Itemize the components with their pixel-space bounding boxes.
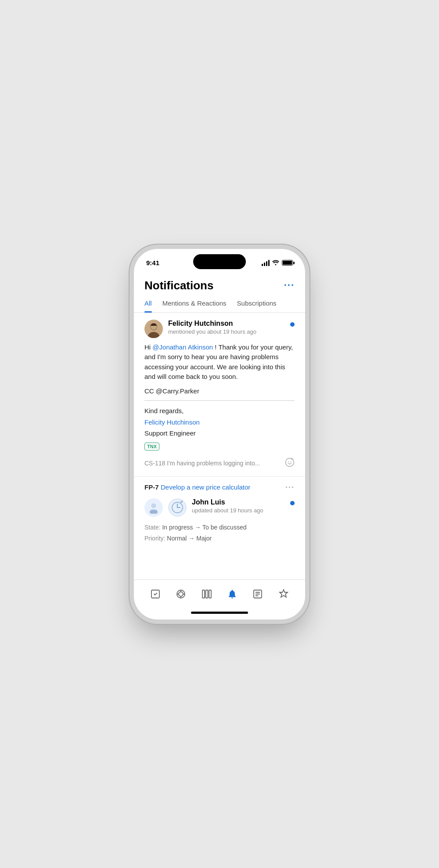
tnx-badge: TNX bbox=[144, 443, 159, 450]
cs-link-text[interactable]: CS-118 I'm having problems logging into.… bbox=[144, 460, 260, 467]
notif-username-1: Felicity Hutchinson bbox=[168, 320, 285, 328]
state-to: To be discussed bbox=[202, 524, 246, 531]
fp-header: FP-7 Develop a new price calculator ··· bbox=[144, 483, 295, 492]
priority-label: Priority: bbox=[144, 535, 165, 542]
cs-row: CS-118 I'm having problems logging into.… bbox=[144, 457, 295, 469]
priority-from: Normal bbox=[167, 535, 187, 542]
fp-avatar-icon bbox=[168, 498, 187, 517]
notif-body-1: Hi @Jonathan Atkinson ! Thank you for yo… bbox=[144, 342, 295, 382]
svg-point-5 bbox=[288, 461, 289, 462]
list-nav[interactable] bbox=[249, 585, 266, 603]
avatar-john bbox=[144, 498, 163, 517]
svg-rect-23 bbox=[209, 590, 211, 598]
fp-title-link[interactable]: Develop a new price calculator bbox=[161, 483, 250, 491]
home-bar bbox=[191, 612, 248, 614]
tab-mentions-reactions[interactable]: Mentions & Reactions bbox=[162, 299, 227, 312]
fp-body: State: In progress → To be discussed Pri… bbox=[144, 522, 295, 544]
bottom-nav bbox=[134, 580, 305, 606]
unread-dot-1 bbox=[290, 322, 295, 327]
more-options-button[interactable]: ··· bbox=[284, 281, 295, 290]
notif-signature: Kind regards, Felicity Hutchinson Suppor… bbox=[144, 405, 295, 439]
home-indicator bbox=[134, 606, 305, 619]
fp-id: FP-7 bbox=[144, 483, 159, 491]
page-header: Notifications ··· bbox=[134, 271, 305, 299]
state-from: In progress bbox=[162, 524, 193, 531]
status-time: 9:41 bbox=[146, 259, 159, 267]
battery-icon bbox=[282, 260, 293, 266]
wifi-icon bbox=[272, 259, 279, 267]
fp-notif-header: John Luis updated about 19 hours ago bbox=[144, 498, 295, 517]
svg-rect-22 bbox=[205, 590, 208, 598]
cc-line: CC @Carry.Parker bbox=[144, 386, 295, 396]
reaction-icon[interactable] bbox=[285, 457, 295, 469]
signature-role: Support Engineer bbox=[144, 428, 295, 439]
avatar-felicity bbox=[144, 320, 163, 338]
message-prefix: Hi bbox=[144, 343, 152, 351]
page-title: Notifications bbox=[144, 279, 213, 292]
unread-dot-2 bbox=[290, 501, 295, 505]
help-nav[interactable] bbox=[172, 585, 190, 603]
notif-user-info-1: Felicity Hutchinson mentioned you about … bbox=[168, 320, 285, 335]
screen-content: Notifications ··· All Mentions & Reactio… bbox=[134, 271, 305, 580]
tasks-nav[interactable] bbox=[147, 585, 164, 603]
board-nav[interactable] bbox=[198, 585, 216, 603]
message-divider bbox=[144, 400, 295, 401]
signal-icon bbox=[262, 260, 270, 266]
notif-action-1: mentioned you about 19 hours ago bbox=[168, 328, 285, 335]
notif-header-1: Felicity Hutchinson mentioned you about … bbox=[144, 320, 295, 338]
phone-frame: 9:41 Notifications ··· bbox=[134, 249, 305, 619]
fp-user-info: John Luis updated about 19 hours ago bbox=[192, 498, 285, 514]
svg-rect-21 bbox=[202, 590, 205, 598]
fp-action: updated about 19 hours ago bbox=[192, 507, 285, 514]
priority-to: Major bbox=[196, 535, 212, 542]
fp-username: John Luis bbox=[192, 498, 285, 506]
tab-subscriptions[interactable]: Subscriptions bbox=[237, 299, 277, 312]
svg-point-4 bbox=[286, 458, 294, 466]
settings-nav[interactable] bbox=[275, 585, 292, 603]
mention-link[interactable]: @Jonathan Atkinson bbox=[152, 343, 213, 351]
svg-marker-28 bbox=[280, 590, 288, 597]
dynamic-island bbox=[193, 254, 246, 269]
state-label: State: bbox=[144, 524, 161, 531]
status-icons bbox=[262, 259, 293, 267]
signature-greeting: Kind regards, bbox=[144, 405, 295, 417]
fp-more-button[interactable]: ··· bbox=[285, 483, 295, 492]
fp-section: FP-7 Develop a new price calculator ··· bbox=[134, 477, 305, 544]
tabs-container: All Mentions & Reactions Subscriptions bbox=[134, 299, 305, 313]
svg-point-16 bbox=[179, 592, 183, 596]
notifications-nav[interactable] bbox=[223, 585, 241, 603]
svg-point-6 bbox=[291, 461, 291, 462]
tab-all[interactable]: All bbox=[144, 299, 152, 312]
notification-item-1[interactable]: Felicity Hutchinson mentioned you about … bbox=[134, 313, 305, 477]
signature-name[interactable]: Felicity Hutchinson bbox=[144, 417, 295, 428]
